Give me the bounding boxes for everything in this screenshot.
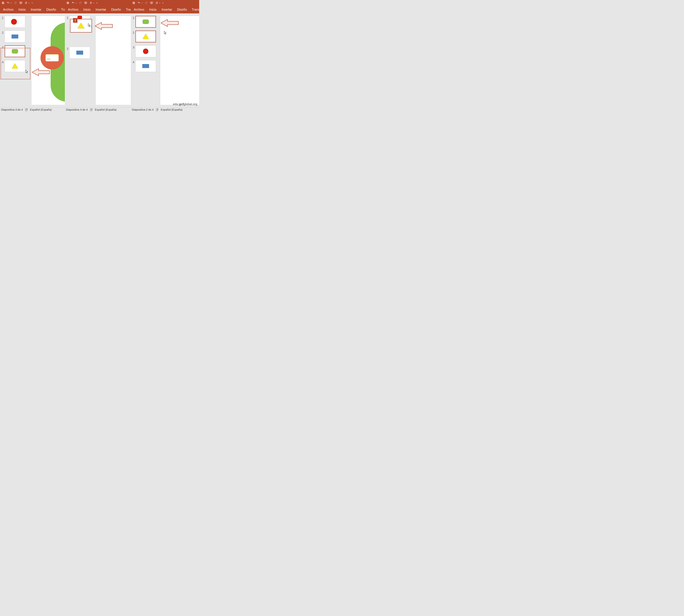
svg-rect-21 (133, 3, 134, 4)
tab-design[interactable]: Diseño (109, 6, 123, 14)
quick-access-toolbar: ▾ ▾ ▾ (65, 0, 131, 6)
slideshow-icon[interactable] (150, 1, 153, 4)
slide-counter: Diapositiva 3 de 4 (1, 108, 23, 111)
slide-number: 1 (1, 16, 4, 20)
slide-thumb-1[interactable] (135, 16, 156, 28)
dropdown-caret-icon[interactable]: ▾ (142, 2, 143, 4)
tab-transitions[interactable]: Transicion (123, 6, 131, 14)
undo-icon[interactable] (137, 1, 141, 4)
svg-rect-9 (25, 109, 27, 111)
slide-thumb-2[interactable] (135, 30, 156, 42)
customize-qat-icon[interactable]: ▾ (32, 2, 33, 4)
svg-marker-15 (78, 23, 84, 28)
svg-rect-5 (12, 49, 18, 53)
slide-number: 4 (131, 60, 134, 64)
svg-rect-4 (12, 35, 18, 38)
slideshow-icon[interactable] (84, 1, 87, 4)
touch-mode-icon[interactable] (155, 1, 158, 4)
ribbon-tabs: Archivo Inicio Insertar Diseño Transicio (0, 6, 65, 14)
tab-insert[interactable]: Insertar (93, 6, 109, 14)
slide-thumb-3[interactable] (135, 45, 156, 57)
svg-rect-0 (3, 2, 4, 2)
slide-thumb-1[interactable] (5, 16, 25, 28)
svg-point-25 (143, 49, 148, 54)
language-indicator[interactable]: Español (España) (95, 108, 116, 111)
svg-rect-14 (77, 51, 83, 54)
svg-rect-23 (143, 20, 149, 24)
notes-icon[interactable] (25, 108, 28, 111)
slide-thumbnails: 1 2 3 4 (131, 14, 160, 107)
notes-icon[interactable] (90, 108, 93, 111)
svg-rect-26 (143, 64, 149, 68)
dropdown-caret-icon[interactable]: ▾ (93, 2, 94, 4)
svg-rect-19 (90, 109, 92, 111)
dropdown-caret-icon[interactable]: ▾ (76, 2, 77, 4)
dropdown-caret-icon[interactable]: ▾ (28, 2, 29, 4)
powerpoint-window-2: ▾ ▾ ▾ Archivo Inicio Insertar Diseño Tra… (65, 0, 131, 112)
tab-file[interactable]: Archivo (131, 6, 147, 14)
redo-icon (14, 1, 17, 4)
status-bar: Diapositiva 2 de 4 Español (España) (131, 107, 199, 112)
slide-number: 3 (131, 45, 134, 49)
powerpoint-window-1: ▾ ▾ ▾ Archivo Inicio Insertar Diseño Tra… (0, 0, 65, 112)
slide-canvas[interactable] (31, 16, 65, 105)
ribbon-tabs: Archivo Inicio Insertar Diseño Transicio… (131, 6, 199, 14)
language-indicator[interactable]: Español (España) (161, 108, 183, 111)
language-indicator[interactable]: Español (España) (30, 108, 52, 111)
tab-insert[interactable]: Insertar (159, 6, 175, 14)
tab-file[interactable]: Archivo (65, 6, 81, 14)
workspace: 1 2 3 4 (131, 14, 199, 107)
slide-thumbnails: 1 2 3 4 (0, 14, 31, 107)
tab-transitions[interactable]: Transiciones (189, 6, 199, 14)
customize-qat-icon[interactable]: ▾ (97, 2, 98, 4)
svg-rect-29 (156, 109, 158, 111)
dropdown-caret-icon[interactable]: ▾ (159, 2, 160, 4)
workspace: 1 2 3 4 (0, 14, 65, 107)
save-icon[interactable] (2, 1, 4, 4)
undo-icon[interactable] (7, 1, 10, 4)
notes-icon[interactable] (156, 108, 158, 111)
tab-insert[interactable]: Insertar (28, 6, 44, 14)
tab-home[interactable]: Inicio (81, 6, 93, 14)
slide-number: 2 (131, 30, 134, 35)
tab-design[interactable]: Diseño (175, 6, 189, 14)
slide-counter: Diapositiva 4 de 4 (66, 108, 88, 111)
undo-icon[interactable] (72, 1, 75, 4)
tab-home[interactable]: Inicio (16, 6, 28, 14)
dropdown-caret-icon[interactable]: ▾ (11, 2, 12, 4)
tab-home[interactable]: Inicio (147, 6, 159, 14)
svg-rect-20 (133, 2, 134, 2)
slide-thumb-4[interactable] (135, 60, 156, 72)
slide-canvas[interactable] (95, 16, 131, 105)
quick-access-toolbar: ▾ ▾ ▾ (0, 0, 65, 6)
redo-icon (79, 1, 82, 4)
workspace: 1 2 2 (65, 14, 131, 107)
slideshow-icon[interactable] (19, 1, 22, 4)
tab-design[interactable]: Diseño (44, 6, 59, 14)
status-bar: Diapositiva 3 de 4 Español (España) (0, 107, 65, 112)
redo-icon (145, 1, 148, 4)
status-bar: Diapositiva 4 de 4 Español (España) (65, 107, 131, 112)
svg-rect-10 (67, 2, 68, 2)
save-icon[interactable] (66, 1, 69, 4)
slide-thumb-3[interactable] (5, 45, 25, 57)
ribbon-tabs: Archivo Inicio Insertar Diseño Transicio… (65, 6, 131, 14)
slide-number: 2 (1, 30, 4, 35)
dragged-slide-thumb[interactable] (70, 19, 92, 32)
powerpoint-window-3: ▾ ▾ ▾ Archivo Inicio Insertar Diseño Tra… (131, 0, 199, 112)
tab-transitions[interactable]: Transicio (59, 6, 65, 14)
slide-thumb-2[interactable] (69, 47, 90, 59)
slide-thumb-4[interactable] (5, 60, 25, 72)
slide-number: 1 (131, 16, 134, 20)
slide-number: 2 (65, 47, 68, 50)
tab-file[interactable]: Archivo (1, 6, 16, 14)
slide-counter: Diapositiva 2 de 4 (132, 108, 154, 111)
slide-thumb-2[interactable] (5, 30, 25, 42)
svg-rect-1 (2, 3, 4, 4)
slide-canvas[interactable] (160, 16, 199, 105)
svg-marker-6 (12, 63, 18, 68)
touch-mode-icon[interactable] (90, 1, 92, 4)
save-icon[interactable] (132, 1, 135, 4)
customize-qat-icon[interactable]: ▾ (163, 2, 163, 4)
touch-mode-icon[interactable] (25, 1, 27, 4)
